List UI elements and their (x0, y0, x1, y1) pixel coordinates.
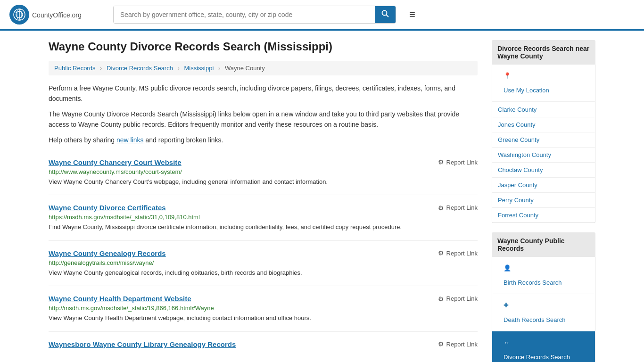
site-header: CountyOffice.org ≡ (0, 0, 644, 31)
main-container: Wayne County Divorce Records Search (Mis… (39, 31, 605, 362)
result-header: Wayne County Divorce Certificates ⚙ Repo… (49, 204, 478, 212)
location-pin-icon: 📍 (498, 68, 589, 83)
svg-line-7 (387, 15, 389, 17)
result-desc: View Wayne County Health Department webp… (49, 313, 478, 323)
description-1: Perform a free Wayne County, MS public d… (49, 83, 478, 104)
arrows-icon: ↔ (498, 335, 587, 350)
result-item: Wayne County Divorce Certificates ⚙ Repo… (49, 195, 478, 241)
result-desc: Find Wayne County, Mississippi divorce c… (49, 222, 478, 232)
result-desc: View Wayne County genealogical records, … (49, 268, 478, 278)
report-link-btn[interactable]: ⚙ Report Link (438, 249, 478, 257)
result-item: Wayne County Health Department Website ⚙… (49, 286, 478, 332)
result-header: Wayne County Chancery Court Website ⚙ Re… (49, 158, 478, 166)
result-url[interactable]: http://www.waynecounty.ms/county/court-s… (49, 168, 478, 175)
report-link-btn[interactable]: ⚙ Report Link (438, 340, 478, 348)
result-desc: View Wayne County Chancery Court's webpa… (49, 177, 478, 187)
report-link-btn[interactable]: ⚙ Report Link (438, 158, 478, 166)
sidebar-item-choctaw[interactable]: Choctaw County (492, 163, 595, 178)
breadcrumb-sep-3: › (218, 65, 220, 72)
report-icon: ⚙ (438, 340, 444, 348)
result-item: Wayne County Genealogy Records ⚙ Report … (49, 241, 478, 287)
new-links[interactable]: new links (116, 136, 144, 144)
svg-point-6 (382, 11, 387, 16)
sidebar: Divorce Records Search near Wayne County… (492, 40, 595, 362)
breadcrumb-sep-2: › (178, 65, 180, 72)
sidebar-public-records-title: Wayne County Public Records (492, 232, 595, 257)
logo-text: CountyOffice.org (32, 10, 82, 20)
search-button[interactable] (375, 6, 396, 23)
result-title[interactable]: Waynesboro Wayne County Library Genealog… (49, 340, 236, 348)
description-2: The Wayne County Divorce Records Search … (49, 109, 478, 130)
report-icon: ⚙ (438, 295, 444, 303)
sidebar-item-perry[interactable]: Perry County (492, 193, 595, 208)
breadcrumb-link-public-records[interactable]: Public Records (54, 65, 95, 72)
result-url[interactable]: http://genealogytrails.com/miss/wayne/ (49, 259, 478, 266)
use-location-label: Use My Location (498, 83, 589, 98)
results-list: Wayne County Chancery Court Website ⚙ Re… (49, 150, 478, 359)
page-title: Wayne County Divorce Records Search (Mis… (49, 40, 478, 53)
description-3: Help others by sharing new links and rep… (49, 135, 478, 145)
breadcrumb-link-divorce[interactable]: Divorce Records Search (107, 65, 173, 72)
sidebar-public-records-section: Wayne County Public Records 👤 Birth Reco… (492, 232, 595, 362)
svg-point-5 (16, 12, 17, 13)
breadcrumb-current: Wayne County (225, 65, 265, 72)
report-icon: ⚙ (438, 249, 444, 257)
content-area: Wayne County Divorce Records Search (Mis… (49, 40, 478, 362)
hamburger-button[interactable]: ≡ (405, 7, 419, 23)
sidebar-item-divorce[interactable]: ↔ Divorce Records Search (492, 331, 595, 362)
sidebar-item-birth[interactable]: 👤 Birth Records Search (492, 257, 595, 294)
sidebar-item-forrest[interactable]: Forrest County (492, 208, 595, 222)
result-title[interactable]: Wayne County Genealogy Records (49, 249, 166, 257)
report-icon: ⚙ (438, 158, 444, 166)
search-input[interactable] (114, 6, 375, 23)
result-url[interactable]: http://msdh.ms.gov/msdhsite/_static/19,8… (49, 304, 478, 312)
logo-icon (9, 5, 29, 25)
result-title[interactable]: Wayne County Divorce Certificates (49, 204, 166, 212)
result-header: Wayne County Health Department Website ⚙… (49, 295, 478, 303)
result-url[interactable]: https://msdh.ms.gov/msdhsite/_static/31,… (49, 214, 478, 221)
result-title[interactable]: Wayne County Health Department Website (49, 295, 191, 303)
breadcrumb-sep-1: › (100, 65, 102, 72)
sidebar-nearby-title: Divorce Records Search near Wayne County (492, 40, 595, 65)
person-icon: 👤 (498, 261, 587, 275)
sidebar-item-jones[interactable]: Jones County (492, 117, 595, 132)
breadcrumb: Public Records › Divorce Records Search … (49, 61, 478, 75)
report-icon: ⚙ (438, 204, 444, 212)
sidebar-public-records-list: 👤 Birth Records Search ✚ Death Records S… (492, 257, 595, 362)
result-item: Wayne County Chancery Court Website ⚙ Re… (49, 150, 478, 196)
sidebar-nearby-list: 📍 Use My Location Clarke County Jones Co… (492, 65, 595, 223)
breadcrumb-link-mississippi[interactable]: Mississippi (184, 65, 214, 72)
sidebar-item-greene[interactable]: Greene County (492, 132, 595, 148)
logo-area: CountyOffice.org (9, 5, 104, 25)
sidebar-item-clarke[interactable]: Clarke County (492, 102, 595, 117)
sidebar-item-washington[interactable]: Washington County (492, 148, 595, 163)
report-link-btn[interactable]: ⚙ Report Link (438, 295, 478, 303)
result-header: Waynesboro Wayne County Library Genealog… (49, 340, 478, 348)
use-location-item[interactable]: 📍 Use My Location (492, 65, 595, 102)
report-link-btn[interactable]: ⚙ Report Link (438, 204, 478, 212)
result-header: Wayne County Genealogy Records ⚙ Report … (49, 249, 478, 257)
search-bar (113, 6, 396, 24)
sidebar-item-jasper[interactable]: Jasper County (492, 178, 595, 193)
sidebar-item-death[interactable]: ✚ Death Records Search (492, 294, 595, 331)
result-title[interactable]: Wayne County Chancery Court Website (49, 158, 182, 166)
result-item: Waynesboro Wayne County Library Genealog… (49, 332, 478, 359)
sidebar-nearby-section: Divorce Records Search near Wayne County… (492, 40, 595, 223)
plus-icon: ✚ (498, 298, 587, 313)
